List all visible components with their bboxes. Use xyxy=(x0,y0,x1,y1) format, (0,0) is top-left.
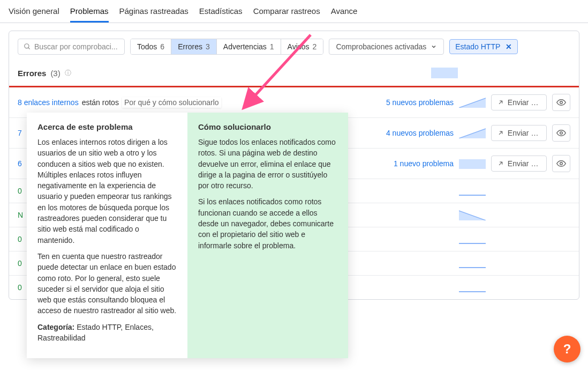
info-icon[interactable]: ⓘ xyxy=(65,69,71,78)
svg-point-7 xyxy=(560,132,563,135)
seg-warnings[interactable]: Advertencias 1 xyxy=(217,39,281,54)
popover-fix-text-1: Sigue todos los enlaces notificados como… xyxy=(198,137,337,191)
eye-icon xyxy=(556,128,566,138)
share-icon xyxy=(497,99,504,106)
section-count: (3) xyxy=(50,69,60,78)
svg-point-0 xyxy=(25,44,29,48)
tab-overview[interactable]: Visión general xyxy=(9,6,59,23)
issue-count-link[interactable]: 0 xyxy=(18,187,22,195)
filter-bar: Buscar por comprobaci... Todos 6 Errores… xyxy=(9,31,579,62)
issue-count-link[interactable]: 8 enlaces internos xyxy=(18,98,79,107)
view-button[interactable] xyxy=(552,94,570,111)
sparkline xyxy=(459,282,486,293)
tab-compare[interactable]: Comparar rastreos xyxy=(253,6,320,23)
tab-problems[interactable]: Problemas xyxy=(70,6,109,23)
issue-count-link[interactable]: 0 xyxy=(18,235,22,243)
issue-count-link[interactable]: 0 xyxy=(18,259,22,268)
view-button[interactable] xyxy=(552,124,570,142)
tab-statistics[interactable]: Estadísticas xyxy=(199,6,243,23)
sparkline xyxy=(459,210,486,220)
send-button[interactable]: Enviar a... xyxy=(491,94,547,110)
seg-all[interactable]: Todos 6 xyxy=(131,39,171,54)
svg-point-9 xyxy=(560,162,563,165)
tab-crawled-pages[interactable]: Páginas rastreadas xyxy=(119,6,189,23)
svg-point-4 xyxy=(560,101,563,104)
popover-about-title: Acerca de este problema xyxy=(37,122,177,131)
checks-dropdown[interactable]: Comprobaciones activadas xyxy=(329,39,444,55)
popover-fix-text-2: Si los enlaces notificados como rotos fu… xyxy=(198,196,337,250)
popover-about: Acerca de este problema Los enlaces inte… xyxy=(27,113,187,358)
svg-line-1 xyxy=(28,48,30,49)
issue-count-link[interactable]: 6 xyxy=(18,159,22,168)
search-icon xyxy=(24,43,31,50)
tab-progress[interactable]: Avance xyxy=(331,6,358,23)
sparkline xyxy=(459,128,486,138)
new-problems-count[interactable]: 5 nuevos problemas xyxy=(368,98,454,107)
filter-chip-http-status: Estado HTTP ✕ xyxy=(449,39,518,54)
view-button[interactable] xyxy=(552,155,570,172)
sparkline xyxy=(459,158,486,169)
section-title: Errores xyxy=(18,69,46,78)
sparkline xyxy=(459,97,486,108)
section-sparkline xyxy=(431,68,458,78)
popover-fix-title: Cómo solucionarlo xyxy=(198,122,337,131)
chevron-down-icon xyxy=(431,43,437,50)
sparkline xyxy=(459,234,486,245)
section-header: Errores (3) ⓘ xyxy=(9,62,579,86)
popover-about-text-1: Los enlaces internos rotos dirigen a los… xyxy=(37,137,177,246)
send-button[interactable]: Enviar a... xyxy=(491,156,547,172)
issue-count-link[interactable]: 0 xyxy=(18,283,22,292)
main-tabs: Visión general Problemas Páginas rastrea… xyxy=(0,0,588,23)
share-icon xyxy=(497,160,504,167)
popover-about-text-2: Ten en cuenta que nuestro rastreador pue… xyxy=(37,251,177,316)
chip-remove-icon[interactable]: ✕ xyxy=(506,42,512,51)
severity-filter: Todos 6 Errores 3 Advertencias 1 Avisos … xyxy=(130,39,323,55)
issue-count-link[interactable]: N xyxy=(18,211,23,219)
svg-rect-8 xyxy=(459,159,486,169)
eye-icon xyxy=(556,98,566,107)
sparkline xyxy=(459,186,486,196)
new-problems-count[interactable]: 1 nuevo problema xyxy=(368,159,454,168)
search-placeholder: Buscar por comprobaci... xyxy=(34,42,118,51)
issue-text: 8 enlaces internos están rotos Por qué y… xyxy=(18,97,363,108)
seg-errors[interactable]: Errores 3 xyxy=(171,39,217,54)
why-how-link[interactable]: Por qué y cómo solucionarlo xyxy=(122,97,221,108)
share-icon xyxy=(497,129,504,137)
search-input[interactable]: Buscar por comprobaci... xyxy=(18,39,125,55)
eye-icon xyxy=(556,159,566,168)
popover-fix: Cómo solucionarlo Sigue todos los enlace… xyxy=(187,113,348,358)
send-button[interactable]: Enviar a... xyxy=(491,125,547,141)
sparkline xyxy=(459,258,486,269)
popover-category: Categoría: Estado HTTP, Enlaces, Rastrea… xyxy=(37,322,177,344)
issue-count-link[interactable]: 7 xyxy=(18,129,22,137)
help-fab[interactable]: ? xyxy=(554,336,581,362)
issue-help-popover: Acerca de este problema Los enlaces inte… xyxy=(27,113,348,358)
seg-notices[interactable]: Avisos 2 xyxy=(281,39,323,54)
new-problems-count[interactable]: 4 nuevos problemas xyxy=(368,129,454,137)
